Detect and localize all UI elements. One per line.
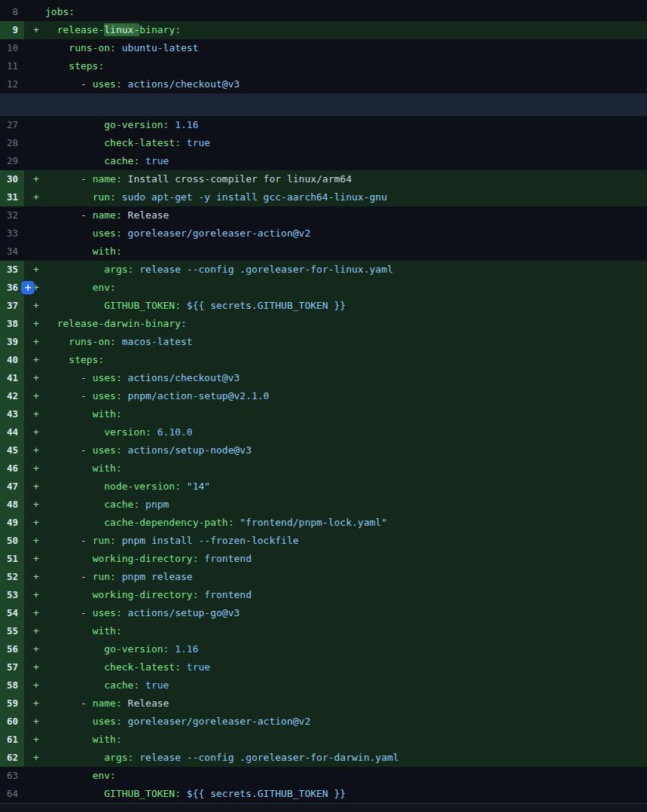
line-number[interactable]: 44 — [0, 423, 24, 441]
line-number[interactable]: 39 — [0, 333, 24, 351]
diff-row-54: 54+ - uses: actions/setup-go@v3 — [0, 604, 647, 622]
line-number[interactable]: 51 — [0, 550, 24, 568]
diff-row-57: 57+ check-latest: true — [0, 658, 647, 676]
code-token: release --config .goreleaser-for-darwin.… — [133, 752, 398, 763]
line-number[interactable]: 58 — [0, 676, 24, 694]
line-number[interactable]: 33 — [0, 224, 24, 243]
line-number[interactable]: 37 — [0, 297, 24, 315]
code-token: - — [45, 390, 93, 401]
diff-add-marker: + — [24, 261, 45, 279]
diff-add-marker: + — [24, 658, 45, 676]
line-number[interactable]: 49 — [0, 514, 24, 532]
code-token: ${{ secrets.GITHUB_TOKEN }} — [181, 788, 346, 799]
line-number[interactable]: 9 — [0, 21, 24, 39]
code-token: working-directory: — [93, 589, 199, 600]
line-number[interactable]: 34 — [0, 243, 24, 261]
line-number[interactable]: 31 — [0, 188, 24, 206]
code-line-text: steps: — [45, 351, 647, 369]
code-line-text: check-latest: true — [45, 134, 647, 152]
code-token: cache: — [104, 155, 139, 166]
code-line-text: release-linux-binary: — [45, 21, 647, 39]
line-number[interactable]: 63 — [0, 767, 24, 785]
line-number[interactable]: 40 — [0, 351, 24, 369]
code-token: cache: — [104, 679, 139, 691]
line-number[interactable]: 32 — [0, 206, 24, 224]
code-token — [45, 481, 104, 492]
line-number[interactable]: 61 — [0, 731, 24, 749]
line-number[interactable]: 52 — [0, 568, 24, 586]
diff-row-42: 42+ - uses: pnpm/action-setup@v2.1.0 — [0, 387, 647, 405]
line-number[interactable]: 62 — [0, 749, 24, 767]
line-number[interactable]: 12 — [0, 75, 24, 93]
code-token: release --config .goreleaser-for-linux.y… — [133, 264, 392, 275]
code-token — [45, 42, 69, 53]
line-number[interactable]: 11 — [0, 57, 24, 75]
diff-row-43: 43+ with: — [0, 405, 647, 423]
code-token: 1.16 — [169, 643, 198, 655]
code-line-text: check-latest: true — [45, 658, 647, 676]
diff-add-marker: + — [24, 459, 45, 478]
code-token — [45, 788, 104, 799]
code-line-text: node-version: "14" — [45, 478, 647, 496]
line-number[interactable]: 56 — [0, 640, 24, 658]
line-number[interactable]: 38 — [0, 315, 24, 333]
code-token — [45, 264, 104, 275]
code-token: "frontend/pnpm-lock.yaml" — [233, 517, 387, 528]
line-number[interactable]: 50 — [0, 532, 24, 550]
diff-add-marker — [24, 243, 45, 261]
code-token: uses: — [93, 227, 122, 239]
code-token: - — [45, 173, 93, 185]
line-number[interactable]: 47 — [0, 478, 24, 496]
diff-row-56: 56+ go-version: 1.16 — [0, 640, 647, 658]
line-number[interactable]: 53 — [0, 586, 24, 604]
code-token: release- — [57, 24, 105, 35]
line-number[interactable]: 30 — [0, 170, 24, 188]
diff-add-marker — [24, 785, 45, 803]
diff-row-59: 59+ - name: Release — [0, 694, 647, 713]
word-highlight: linux- — [104, 23, 139, 36]
line-number[interactable]: 46 — [0, 459, 24, 478]
code-line-text: jobs: — [45, 3, 647, 21]
code-token: "14" — [181, 481, 210, 492]
code-token: 6.10.0 — [151, 426, 193, 438]
add-line-comment-button[interactable]: + — [21, 281, 35, 295]
code-token — [45, 282, 93, 293]
diff-add-marker: + — [24, 731, 45, 749]
line-number[interactable]: 43 — [0, 405, 24, 423]
code-token: sudo apt-get -y install gcc-aarch64-linu… — [116, 191, 387, 203]
line-number[interactable]: 41 — [0, 369, 24, 387]
expand-hunk-row[interactable] — [0, 93, 647, 116]
code-line-text: - uses: actions/setup-go@v3 — [45, 604, 647, 622]
diff-add-marker: + — [24, 188, 45, 206]
line-number[interactable]: 42 — [0, 387, 24, 405]
code-line-text: env: — [45, 767, 647, 785]
code-token: cache-dependency-path: — [104, 517, 233, 528]
line-number[interactable]: 29 — [0, 152, 24, 170]
diff-row-29: 29 cache: true — [0, 152, 647, 170]
code-token: pnpm — [139, 499, 169, 510]
line-number[interactable]: 54 — [0, 604, 24, 622]
diff-row-47: 47+ node-version: "14" — [0, 478, 647, 496]
line-number[interactable]: 48 — [0, 496, 24, 514]
line-number[interactable]: 10 — [0, 39, 24, 57]
line-number[interactable]: 27 — [0, 116, 24, 134]
code-token: binary: — [139, 24, 181, 35]
line-number[interactable]: 55 — [0, 622, 24, 640]
line-number[interactable]: 8 — [0, 3, 24, 21]
code-token — [45, 137, 104, 148]
code-line-text: - uses: pnpm/action-setup@v2.1.0 — [45, 387, 647, 405]
line-number[interactable]: 64 — [0, 785, 24, 803]
code-token — [45, 643, 104, 655]
code-token — [45, 517, 104, 528]
code-token — [45, 589, 93, 600]
line-number[interactable]: 28 — [0, 134, 24, 152]
line-number[interactable]: 60 — [0, 713, 24, 731]
line-number[interactable]: 45 — [0, 441, 24, 459]
code-token: GITHUB_TOKEN: — [104, 300, 181, 311]
line-number[interactable]: 57 — [0, 658, 24, 676]
line-number[interactable]: 59 — [0, 694, 24, 713]
code-token: name: — [93, 698, 122, 709]
code-token: - — [45, 78, 93, 90]
line-number[interactable]: 35 — [0, 261, 24, 279]
code-line-text: working-directory: frontend — [45, 586, 647, 604]
